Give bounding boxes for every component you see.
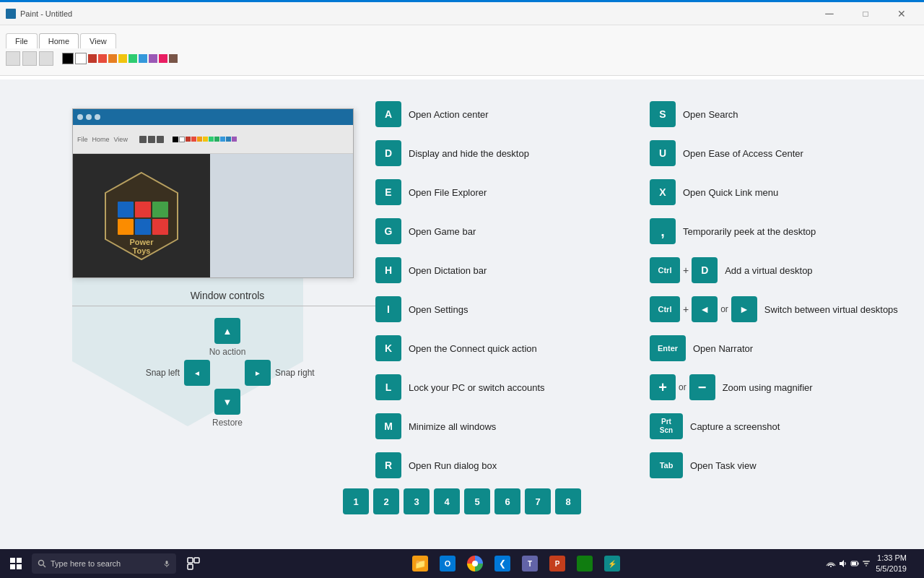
color-green[interactable] — [128, 54, 137, 63]
win-logo-cell — [17, 558, 22, 563]
paint-titlebar — [73, 109, 353, 125]
clock[interactable]: 1:33 PM 5/5/2019 — [876, 553, 907, 575]
shortcut-row-a: A Open Action center — [375, 101, 635, 127]
desc-k: Open the Connect quick action — [409, 343, 537, 354]
shortcut-row-prtscn: PrtScn Capture a screenshot — [650, 413, 910, 439]
controls-row-restore: Restore — [212, 418, 243, 428]
taskbar-right: 1:33 PM 5/5/2019 — [826, 553, 920, 575]
ribbon-tab-file[interactable]: File — [6, 33, 38, 48]
taskbar-app-powertoys[interactable]: ⚡ — [599, 551, 625, 577]
ribbon-tab-home[interactable]: Home — [39, 33, 79, 48]
taskbar-search-text: Type here to search — [51, 559, 121, 568]
tool-icon — [139, 136, 147, 143]
outlook-icon: O — [440, 556, 456, 571]
color-yellow[interactable] — [118, 54, 127, 63]
color-brown[interactable] — [169, 54, 178, 63]
win-logo-cell — [10, 564, 15, 569]
snap-down-button[interactable]: ▼ — [214, 389, 240, 415]
snap-left-button[interactable]: ◄ — [184, 360, 210, 386]
window-controls-section: Window controls ▲ No action Snap left ◄ … — [72, 290, 383, 428]
shortcut-row-s: S Open Search — [650, 101, 910, 127]
window-controls-title: Window controls — [72, 290, 383, 306]
close-btn[interactable]: ✕ — [885, 7, 918, 21]
page-7[interactable]: 7 — [525, 488, 551, 514]
taskbar-app-powerpoint[interactable]: P — [544, 551, 570, 577]
desc-u: Open Ease of Access Center — [683, 148, 803, 159]
snap-up-button[interactable]: ▲ — [214, 318, 240, 344]
svg-rect-15 — [194, 558, 199, 563]
key-d2: D — [692, 257, 718, 283]
color-blue[interactable] — [139, 54, 147, 63]
desc-s: Open Search — [683, 109, 738, 120]
ribbon-tab-view[interactable]: View — [80, 33, 116, 48]
color-red2[interactable] — [98, 54, 107, 63]
ribbon-tabs: File Home View — [6, 28, 918, 48]
key-right-arrow: ► — [731, 296, 757, 322]
tool-item[interactable] — [39, 51, 53, 66]
ribbon-tools — [6, 48, 918, 66]
svg-rect-12 — [166, 561, 168, 564]
key-l: L — [375, 374, 401, 400]
paint-tab[interactable]: Home — [92, 136, 110, 143]
color-red[interactable] — [88, 54, 97, 63]
shortcuts-panel: A Open Action center D Display and hide … — [375, 101, 910, 491]
svg-rect-24 — [866, 565, 867, 566]
start-button[interactable] — [4, 552, 27, 575]
bg-titlebar: Paint - Untitled ─ □ ✕ — [0, 2, 924, 25]
color-chip — [186, 137, 191, 142]
page-4[interactable]: 4 — [434, 488, 460, 514]
desc-prtscn: Capture a screenshot — [690, 421, 780, 432]
svg-rect-4 — [152, 202, 168, 217]
svg-rect-5 — [118, 219, 134, 235]
svg-rect-3 — [135, 202, 151, 217]
page-6[interactable]: 6 — [494, 488, 520, 514]
paint-tab[interactable]: View — [114, 136, 128, 143]
taskbar-search-box[interactable]: Type here to search — [32, 553, 176, 574]
desc-enter: Open Narrator — [693, 343, 753, 354]
desc-g: Open Game bar — [409, 226, 476, 237]
snap-right-button[interactable]: ► — [245, 360, 271, 386]
taskbar-app-outlook[interactable]: O — [435, 551, 461, 577]
color-purple[interactable] — [149, 54, 157, 63]
minimize-btn[interactable]: ─ — [813, 7, 846, 21]
key-h: H — [375, 257, 401, 283]
shortcut-row-u: U Open Ease of Access Center — [650, 140, 910, 166]
combo-zoom: + or − — [650, 374, 715, 400]
key-m: M — [375, 413, 401, 439]
key-s: S — [650, 101, 676, 127]
color-chip — [220, 137, 225, 142]
color-pink[interactable] — [159, 54, 167, 63]
taskbar-app-teams[interactable]: T — [517, 551, 543, 577]
page-8[interactable]: 8 — [555, 488, 581, 514]
paint-tab[interactable]: File — [77, 136, 88, 143]
taskbar-app-vscode[interactable]: ❮ — [489, 551, 515, 577]
shortcut-row-enter: Enter Open Narrator — [650, 335, 910, 361]
window-dot — [95, 114, 100, 120]
task-view-button[interactable] — [180, 551, 206, 577]
taskbar-app-misc1[interactable] — [572, 551, 598, 577]
tool-item[interactable] — [6, 51, 20, 66]
color-black[interactable] — [62, 53, 74, 64]
system-tray — [826, 558, 871, 569]
color-chip — [203, 137, 208, 142]
key-ctrl2: Ctrl — [650, 296, 680, 322]
controls-row-up: ▲ — [214, 318, 240, 344]
page-3[interactable]: 3 — [404, 488, 430, 514]
plus-sign2: + — [683, 303, 689, 315]
chrome-center — [472, 561, 478, 566]
taskbar-app-chrome[interactable] — [462, 551, 488, 577]
page-5[interactable]: 5 — [464, 488, 490, 514]
combo-ctrl-d: Ctrl + D — [650, 257, 718, 283]
color-white[interactable] — [75, 53, 87, 64]
task-view-icon — [187, 557, 200, 570]
desc-tab: Open Task view — [690, 460, 757, 471]
key-u: U — [650, 140, 676, 166]
volume-icon — [838, 558, 848, 569]
page-2[interactable]: 2 — [373, 488, 399, 514]
page-1[interactable]: 1 — [343, 488, 369, 514]
taskbar-app-explorer[interactable]: 📁 — [407, 551, 433, 577]
maximize-btn[interactable]: □ — [849, 7, 882, 21]
tool-item[interactable] — [22, 51, 37, 66]
shortcut-row-d: D Display and hide the desktop — [375, 140, 635, 166]
color-orange[interactable] — [108, 54, 117, 63]
